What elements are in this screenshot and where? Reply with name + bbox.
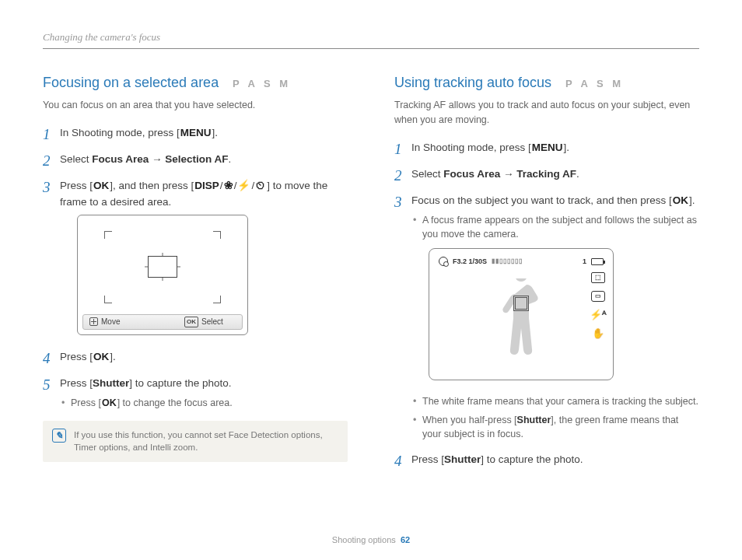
bold: Focus Area [92, 153, 149, 165]
steps-list: In Shooting mode, press [MENU]. Select F… [43, 125, 348, 411]
menu-key: MENU [531, 142, 564, 153]
text: Select [60, 153, 92, 165]
bullet: A focus frame appears on the subject and… [411, 213, 699, 241]
text: Select [411, 168, 443, 180]
text: ]. [212, 127, 219, 138]
note-box: ✎ If you use this function, you cannot s… [43, 421, 348, 461]
af-corner-icon [213, 231, 221, 239]
timer-icon: ⏲ [254, 180, 267, 191]
shutter-key: Shutter [93, 377, 129, 389]
step-2: Select Focus Area → Selection AF. [43, 152, 348, 167]
left-column: Focusing on a selected area P A S M You … [43, 72, 348, 478]
text: ] to change the focus area. [117, 397, 233, 408]
text: Press [ [411, 453, 444, 465]
text: ]. [110, 351, 116, 362]
step-3: Focus on the subject you want to track, … [394, 193, 699, 441]
ok-icon: OK [184, 317, 198, 327]
text: ]. [689, 194, 695, 206]
text: ], and then press [ [110, 180, 194, 191]
battery-icon [591, 258, 604, 265]
exposure-info: F3.2 1/30S [453, 257, 487, 268]
lcd-help-bar: Move OK Select [82, 314, 243, 330]
lcd-top-info: F3.2 1/30S ▮▮▯▯▯▯▯▯ 1 [439, 257, 604, 268]
section-title: Focusing on a selected area [43, 75, 219, 90]
bold: Tracking AF [516, 168, 576, 180]
stabilizer-icon: ✋ [591, 328, 605, 339]
step-4: Press [Shutter] to capture the photo. [394, 452, 699, 467]
bullet: The white frame means that your camera i… [411, 394, 699, 408]
section-heading-row: Focusing on a selected area P A S M [43, 72, 348, 93]
footer-section: Shooting options [332, 535, 396, 544]
step-5: Press [Shutter] to capture the photo. Pr… [43, 376, 348, 410]
text: . [576, 168, 579, 180]
af-corner-icon [104, 231, 112, 239]
auto-mode-icon [439, 257, 448, 266]
lcd-side-icons: ⬚ ▭ ⚡ᴬ ✋ [591, 272, 605, 339]
ok-key: OK [93, 351, 110, 362]
af-corner-icon [213, 296, 221, 303]
page-header: Changing the camera's focus [43, 31, 699, 44]
text: Press [ [60, 377, 93, 389]
subject-silhouette [499, 278, 543, 364]
step-1: In Shooting mode, press [MENU]. [43, 125, 348, 141]
step-1: In Shooting mode, press [MENU]. [394, 140, 699, 156]
text: Press [ [60, 351, 93, 362]
bold: Focus Area [443, 168, 500, 180]
text: In Shooting mode, press [ [411, 142, 531, 153]
shots-remaining: 1 [583, 257, 586, 268]
text: ] to capture the photo. [481, 453, 583, 465]
select-label: Select [201, 316, 223, 327]
bullet: When you half-press [Shutter], the green… [411, 413, 699, 441]
section-intro: You can focus on an area that you have s… [43, 98, 348, 113]
header-rule [43, 48, 699, 49]
section-intro: Tracking AF allows you to track and auto… [394, 98, 699, 128]
focus-frame [148, 256, 177, 278]
menu-key: MENU [180, 127, 212, 138]
ok-key: OK [93, 180, 110, 191]
flash-icon: ⚡ [236, 180, 251, 191]
macro-icon: ❀ [223, 180, 234, 191]
bold: Selection AF [165, 153, 228, 165]
move-label: Move [101, 316, 120, 327]
step-3: Press [OK], and then press [DISP/❀/⚡/⏲] … [43, 178, 348, 335]
step-2: Select Focus Area → Tracking AF. [394, 166, 699, 182]
section-title: Using tracking auto focus [394, 75, 551, 90]
text: In Shooting mode, press [ [60, 127, 180, 138]
page-footer: Shooting options 62 [0, 535, 742, 544]
disp-key: DISP [194, 180, 220, 191]
note-text: If you use this function, you cannot set… [74, 429, 338, 453]
text: Focus on the subject you want to track, … [411, 194, 672, 206]
ok-key: OK [672, 194, 689, 206]
ok-key: OK [101, 397, 117, 408]
step-4: Press [OK]. [43, 349, 348, 365]
histogram-icon: ▮▮▯▯▯▯▯▯ [492, 257, 523, 266]
text: → [149, 153, 165, 165]
mode-tags: P A S M [233, 78, 291, 89]
af-corner-icon [104, 296, 112, 303]
sub-bullets: Press [OK] to change the focus area. [60, 396, 348, 410]
text: Press [ [60, 180, 93, 191]
section-heading-row: Using tracking auto focus P A S M [394, 72, 699, 93]
right-column: Using tracking auto focus P A S M Tracki… [394, 72, 699, 478]
page-number: 62 [401, 535, 410, 544]
flash-status-icon: ⚡ᴬ [591, 310, 605, 320]
shutter-key: Shutter [444, 453, 481, 465]
steps-list: In Shooting mode, press [MENU]. Select F… [394, 140, 699, 468]
note-icon: ✎ [52, 429, 66, 443]
text: When you half-press [ [422, 415, 517, 425]
lcd-illustration-tracking: F3.2 1/30S ▮▮▯▯▯▯▯▯ 1 ⬚ ▭ ⚡ᴬ ✋ [429, 248, 614, 380]
text: ]. [564, 142, 570, 153]
lcd-illustration: Move OK Select [77, 215, 248, 335]
tracking-frame [513, 296, 529, 311]
sub-bullets: The white frame means that your camera i… [411, 394, 699, 441]
mode-tags: P A S M [565, 78, 624, 89]
drive-icon: ▭ [591, 291, 605, 302]
sub-bullets: A focus frame appears on the subject and… [411, 213, 699, 241]
bullet: Press [OK] to change the focus area. [60, 396, 348, 410]
text: ] to capture the photo. [129, 377, 231, 389]
dpad-icon [89, 317, 98, 326]
text: . [229, 153, 232, 165]
size-icon: ⬚ [591, 272, 605, 283]
shutter-key: Shutter [517, 415, 551, 425]
content-columns: Focusing on a selected area P A S M You … [43, 72, 699, 478]
